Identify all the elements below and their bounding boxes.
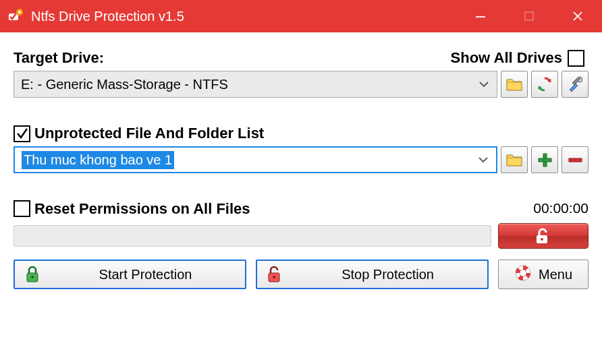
show-all-drives-label: Show All Drives — [451, 49, 562, 67]
reset-permissions-checkbox[interactable] — [13, 200, 30, 217]
maximize-button[interactable] — [505, 0, 553, 32]
target-drive-label: Target Drive: — [13, 49, 104, 67]
reset-permissions-label: Reset Permissions on All Files — [34, 200, 250, 218]
menu-label: Menu — [539, 267, 572, 282]
unprotected-item-value: Thu muc khong bao ve 1 — [22, 151, 174, 169]
svg-point-10 — [541, 238, 543, 241]
lock-closed-icon — [19, 266, 46, 283]
refresh-drives-button[interactable] — [531, 71, 558, 98]
svg-rect-4 — [525, 12, 533, 20]
svg-rect-8 — [569, 158, 582, 162]
menu-button[interactable]: Menu — [498, 260, 589, 289]
svg-rect-7 — [539, 158, 551, 162]
unprotected-list-checkbox[interactable] — [13, 125, 30, 142]
target-drive-value: E: - Generic Mass-Storage - NTFS — [21, 77, 228, 92]
lifebuoy-icon — [514, 264, 532, 285]
chevron-down-icon — [477, 154, 489, 166]
chevron-down-icon — [478, 78, 490, 90]
lock-open-icon — [261, 266, 288, 283]
svg-rect-3 — [476, 16, 485, 18]
minimize-button[interactable] — [456, 0, 505, 32]
svg-point-16 — [520, 270, 526, 276]
tools-button[interactable] — [562, 71, 589, 98]
titlebar: Ntfs Drive Protection v1.5 — [0, 0, 602, 32]
browse-unprotected-button[interactable] — [501, 146, 528, 173]
window-controls — [456, 0, 602, 32]
stop-protection-label: Stop Protection — [288, 267, 487, 282]
remove-unprotected-button[interactable] — [562, 146, 589, 173]
stop-protection-button[interactable]: Stop Protection — [256, 260, 489, 289]
svg-point-14 — [273, 276, 275, 278]
window-title: Ntfs Drive Protection v1.5 — [31, 9, 456, 24]
unprotected-list-label: Unprotected File And Folder List — [34, 125, 264, 142]
svg-point-12 — [31, 276, 34, 278]
app-icon — [7, 7, 24, 25]
target-drive-dropdown[interactable]: E: - Generic Mass-Storage - NTFS — [13, 71, 497, 98]
start-protection-label: Start Protection — [46, 267, 245, 282]
add-unprotected-button[interactable] — [531, 146, 558, 173]
start-protection-button[interactable]: Start Protection — [13, 260, 246, 289]
browse-drive-button[interactable] — [501, 71, 528, 98]
show-all-drives-checkbox[interactable] — [568, 50, 584, 67]
close-button[interactable] — [553, 0, 602, 32]
timer-value: 00:00:00 — [533, 200, 589, 216]
unprotected-item-dropdown[interactable]: Thu muc khong bao ve 1 — [13, 146, 497, 173]
progress-bar — [13, 225, 491, 247]
unlock-button[interactable] — [498, 223, 589, 249]
